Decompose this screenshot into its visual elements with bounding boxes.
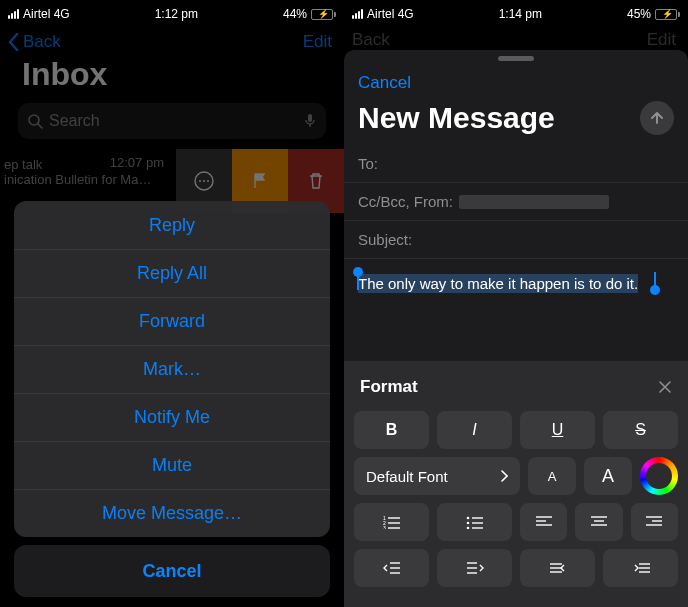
size-up-glyph: A bbox=[602, 466, 614, 487]
indent-icon bbox=[466, 561, 484, 575]
align-right-icon bbox=[646, 516, 662, 528]
action-mute[interactable]: Mute bbox=[14, 441, 330, 489]
svg-line-1 bbox=[38, 124, 42, 128]
mail-preview-fragment: inication Bulletin for Ma… bbox=[4, 172, 168, 187]
action-reply-all[interactable]: Reply All bbox=[14, 249, 330, 297]
rtl-icon bbox=[631, 561, 651, 575]
status-carrier: Airtel 4G bbox=[23, 7, 70, 21]
compose-body[interactable]: The only way to make it happen is to do … bbox=[344, 259, 688, 345]
format-close-button[interactable] bbox=[658, 380, 672, 394]
format-title: Format bbox=[360, 377, 418, 397]
chevron-left-icon bbox=[8, 33, 19, 51]
svg-point-5 bbox=[199, 180, 201, 182]
bullet-list-icon bbox=[466, 515, 484, 529]
format-align-right-button[interactable] bbox=[631, 503, 678, 541]
format-rtl-button[interactable] bbox=[603, 549, 678, 587]
selection-handle-end[interactable] bbox=[650, 285, 660, 295]
action-cancel[interactable]: Cancel bbox=[14, 545, 330, 597]
background-edit: Edit bbox=[647, 30, 676, 50]
phone-left-inbox-actionsheet: Airtel 4G 1:12 pm 44% ⚡ Back Edit Inbox bbox=[0, 0, 344, 607]
svg-point-16 bbox=[466, 522, 469, 525]
status-bar: Airtel 4G 1:12 pm 44% ⚡ bbox=[0, 0, 344, 24]
mail-time: 12:07 pm bbox=[110, 155, 164, 170]
action-move-message[interactable]: Move Message… bbox=[14, 489, 330, 537]
format-bullet-list-button[interactable] bbox=[437, 503, 512, 541]
italic-glyph: I bbox=[472, 421, 476, 439]
send-button[interactable] bbox=[640, 101, 674, 135]
phone-right-compose-format: Airtel 4G 1:14 pm 45% ⚡ Back Edit Cancel… bbox=[344, 0, 688, 607]
format-align-left-button[interactable] bbox=[520, 503, 567, 541]
selection-caret-start bbox=[357, 272, 359, 290]
format-color-button[interactable] bbox=[640, 457, 678, 495]
svg-text:3: 3 bbox=[383, 525, 386, 529]
compose-sheet: Cancel New Message To: Cc/Bcc, From: Sub… bbox=[344, 50, 688, 607]
svg-point-18 bbox=[466, 527, 469, 529]
back-button[interactable]: Back bbox=[8, 32, 61, 52]
underline-glyph: U bbox=[552, 421, 564, 439]
battery-icon: ⚡ bbox=[311, 9, 336, 20]
format-size-down-button[interactable]: A bbox=[528, 457, 576, 495]
bold-glyph: B bbox=[386, 421, 398, 439]
format-bold-button[interactable]: B bbox=[354, 411, 429, 449]
battery-icon: ⚡ bbox=[655, 9, 680, 20]
ltr-icon bbox=[548, 561, 568, 575]
subject-field[interactable]: Subject: bbox=[344, 221, 688, 259]
compose-title: New Message bbox=[358, 101, 555, 135]
svg-point-6 bbox=[203, 180, 205, 182]
format-italic-button[interactable]: I bbox=[437, 411, 512, 449]
format-size-up-button[interactable]: A bbox=[584, 457, 632, 495]
align-left-icon bbox=[536, 516, 552, 528]
signal-icon bbox=[352, 9, 363, 19]
ellipsis-icon bbox=[193, 170, 215, 192]
format-indent-button[interactable] bbox=[437, 549, 512, 587]
chevron-right-icon bbox=[500, 470, 508, 482]
action-mark[interactable]: Mark… bbox=[14, 345, 330, 393]
font-name: Default Font bbox=[366, 468, 448, 485]
ccbcc-from-field[interactable]: Cc/Bcc, From: bbox=[344, 183, 688, 221]
format-outdent-button[interactable] bbox=[354, 549, 429, 587]
sheet-grabber[interactable] bbox=[498, 56, 534, 61]
format-font-button[interactable]: Default Font bbox=[354, 457, 520, 495]
search-input[interactable]: Search bbox=[18, 103, 326, 139]
action-reply[interactable]: Reply bbox=[14, 201, 330, 249]
arrow-up-icon bbox=[648, 109, 666, 127]
page-title: Inbox bbox=[0, 52, 344, 103]
search-placeholder: Search bbox=[49, 112, 100, 130]
format-align-center-button[interactable] bbox=[575, 503, 622, 541]
align-center-icon bbox=[591, 516, 607, 528]
subject-label: Subject: bbox=[358, 231, 412, 248]
status-battery-pct: 44% bbox=[283, 7, 307, 21]
action-forward[interactable]: Forward bbox=[14, 297, 330, 345]
trash-icon bbox=[308, 172, 324, 190]
background-nav: Back Edit bbox=[344, 24, 688, 50]
background-back: Back bbox=[352, 30, 390, 50]
signal-icon bbox=[8, 9, 19, 19]
format-strike-button[interactable]: S bbox=[603, 411, 678, 449]
mic-icon[interactable] bbox=[304, 113, 316, 129]
from-value-redacted bbox=[459, 195, 609, 209]
status-battery-pct: 45% bbox=[627, 7, 651, 21]
svg-point-7 bbox=[207, 180, 209, 182]
selected-text: The only way to make it happen is to do … bbox=[358, 274, 638, 293]
format-underline-button[interactable]: U bbox=[520, 411, 595, 449]
format-ltr-button[interactable] bbox=[520, 549, 595, 587]
status-carrier: Airtel 4G bbox=[367, 7, 414, 21]
to-field[interactable]: To: bbox=[344, 145, 688, 183]
flag-icon bbox=[251, 172, 269, 190]
status-bar: Airtel 4G 1:14 pm 45% ⚡ bbox=[344, 0, 688, 24]
strike-glyph: S bbox=[635, 421, 646, 439]
to-label: To: bbox=[358, 155, 378, 172]
compose-cancel-button[interactable]: Cancel bbox=[344, 65, 688, 99]
svg-rect-2 bbox=[308, 114, 312, 122]
format-panel: Format B I U S Default Font A bbox=[344, 361, 688, 607]
nav-bar: Back Edit bbox=[0, 24, 344, 52]
edit-button[interactable]: Edit bbox=[303, 32, 332, 52]
svg-point-14 bbox=[466, 517, 469, 520]
format-numbered-list-button[interactable]: 123 bbox=[354, 503, 429, 541]
size-down-glyph: A bbox=[548, 469, 557, 484]
status-time: 1:12 pm bbox=[155, 7, 198, 21]
close-icon bbox=[658, 380, 672, 394]
action-notify-me[interactable]: Notify Me bbox=[14, 393, 330, 441]
ccbcc-label: Cc/Bcc, From: bbox=[358, 193, 453, 210]
action-sheet: Reply Reply All Forward Mark… Notify Me … bbox=[14, 201, 330, 597]
